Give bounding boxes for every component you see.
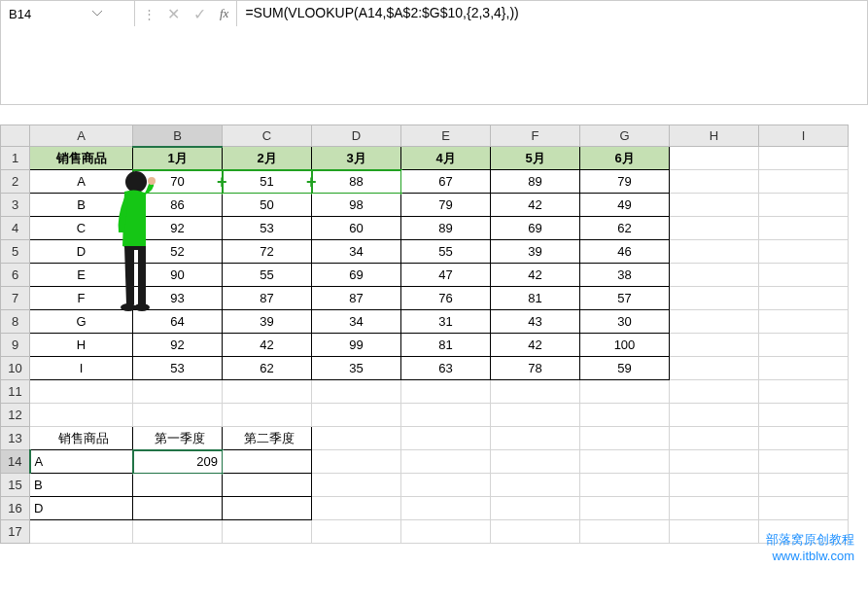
cell-D8[interactable]: 34 (312, 310, 401, 334)
cell-A3[interactable]: B (30, 194, 133, 217)
row-header-11[interactable]: 11 (1, 380, 30, 404)
cell-E11[interactable] (401, 380, 491, 404)
cell-I6[interactable] (759, 264, 849, 287)
cell-I16[interactable] (759, 497, 849, 520)
cell-A15[interactable]: B (30, 474, 133, 497)
row-header-8[interactable]: 8 (1, 310, 30, 334)
cell-F9[interactable]: 42 (491, 334, 580, 357)
cell-H3[interactable] (670, 194, 759, 217)
row-header-10[interactable]: 10 (1, 357, 30, 380)
cell-F2[interactable]: 89 (491, 170, 580, 194)
cell-H10[interactable] (670, 357, 759, 380)
cell-B14[interactable]: 209 (133, 450, 223, 474)
cell-B16[interactable] (133, 497, 223, 520)
cell-B6[interactable]: 90 (133, 264, 223, 287)
cancel-icon[interactable]: ✕ (167, 5, 180, 23)
cell-H12[interactable] (670, 404, 759, 427)
cell-A12[interactable] (30, 404, 133, 427)
cell-B2[interactable]: 70 (133, 170, 223, 194)
cell-E7[interactable]: 76 (401, 287, 491, 310)
cell-C3[interactable]: 50 (223, 194, 312, 217)
cell-I12[interactable] (759, 404, 849, 427)
cell-I13[interactable] (759, 427, 849, 450)
col-header-A[interactable]: A (30, 125, 133, 147)
cell-G13[interactable] (580, 427, 670, 450)
cell-C17[interactable] (223, 520, 312, 544)
cell-F3[interactable]: 42 (491, 194, 580, 217)
cell-A17[interactable] (30, 520, 133, 544)
cell-A10[interactable]: I (30, 357, 133, 380)
cell-B12[interactable] (133, 404, 223, 427)
cell-A9[interactable]: H (30, 334, 133, 357)
cell-E16[interactable] (401, 497, 491, 520)
cell-E10[interactable]: 63 (401, 357, 491, 380)
cell-D4[interactable]: 60 (312, 217, 401, 240)
cell-F11[interactable] (491, 380, 580, 404)
cell-G8[interactable]: 30 (580, 310, 670, 334)
cell-A11[interactable] (30, 380, 133, 404)
cell-I1[interactable] (759, 147, 849, 170)
cell-I5[interactable] (759, 240, 849, 264)
cell-D6[interactable]: 69 (312, 264, 401, 287)
cell-F4[interactable]: 69 (491, 217, 580, 240)
cell-F12[interactable] (491, 404, 580, 427)
cell-E8[interactable]: 31 (401, 310, 491, 334)
cell-I4[interactable] (759, 217, 849, 240)
cell-H16[interactable] (670, 497, 759, 520)
cell-A5[interactable]: D (30, 240, 133, 264)
col-header-H[interactable]: H (670, 125, 759, 147)
cell-H14[interactable] (670, 450, 759, 474)
cell-B8[interactable]: 64 (133, 310, 223, 334)
name-box[interactable]: B14 (1, 1, 135, 26)
cell-D5[interactable]: 34 (312, 240, 401, 264)
cell-G12[interactable] (580, 404, 670, 427)
cell-C4[interactable]: 53 (223, 217, 312, 240)
cell-E3[interactable]: 79 (401, 194, 491, 217)
cell-G9[interactable]: 100 (580, 334, 670, 357)
row-header-1[interactable]: 1 (1, 147, 30, 170)
row-header-16[interactable]: 16 (1, 497, 30, 520)
cell-A1[interactable]: 销售商品 (30, 147, 133, 170)
cell-B5[interactable]: 52 (133, 240, 223, 264)
cell-C2[interactable]: +51 (223, 170, 312, 194)
row-header-6[interactable]: 6 (1, 264, 30, 287)
cell-C13[interactable]: 第二季度 (223, 427, 312, 450)
cell-B11[interactable] (133, 380, 223, 404)
cell-E15[interactable] (401, 474, 491, 497)
cell-E12[interactable] (401, 404, 491, 427)
cell-C15[interactable] (223, 474, 312, 497)
cell-D1[interactable]: 3月 (312, 147, 401, 170)
cell-B3[interactable]: 86 (133, 194, 223, 217)
cell-D17[interactable] (312, 520, 401, 544)
cell-D14[interactable] (312, 450, 401, 474)
cell-E2[interactable]: 67 (401, 170, 491, 194)
row-header-4[interactable]: 4 (1, 217, 30, 240)
cell-H4[interactable] (670, 217, 759, 240)
cell-F6[interactable]: 42 (491, 264, 580, 287)
col-header-B[interactable]: B (133, 125, 223, 147)
col-header-D[interactable]: D (312, 125, 401, 147)
cell-G7[interactable]: 57 (580, 287, 670, 310)
cell-A16[interactable]: D (30, 497, 133, 520)
cell-C9[interactable]: 42 (223, 334, 312, 357)
cell-F8[interactable]: 43 (491, 310, 580, 334)
cell-G15[interactable] (580, 474, 670, 497)
cell-C5[interactable]: 72 (223, 240, 312, 264)
cell-E6[interactable]: 47 (401, 264, 491, 287)
cell-H1[interactable] (670, 147, 759, 170)
cell-H9[interactable] (670, 334, 759, 357)
cell-G3[interactable]: 49 (580, 194, 670, 217)
cell-I2[interactable] (759, 170, 849, 194)
formula-input[interactable]: =SUM(VLOOKUP(A14,$A$2:$G$10,{2,3,4},)) (237, 1, 867, 104)
cell-H11[interactable] (670, 380, 759, 404)
cell-F7[interactable]: 81 (491, 287, 580, 310)
cell-D3[interactable]: 98 (312, 194, 401, 217)
cell-B9[interactable]: 92 (133, 334, 223, 357)
cell-B1[interactable]: 1月 (133, 147, 223, 170)
name-box-dropdown-icon[interactable] (68, 7, 127, 20)
row-header-3[interactable]: 3 (1, 194, 30, 217)
cell-A7[interactable]: F (30, 287, 133, 310)
cell-F14[interactable] (491, 450, 580, 474)
cell-B13[interactable]: 第一季度 (133, 427, 223, 450)
cell-I7[interactable] (759, 287, 849, 310)
